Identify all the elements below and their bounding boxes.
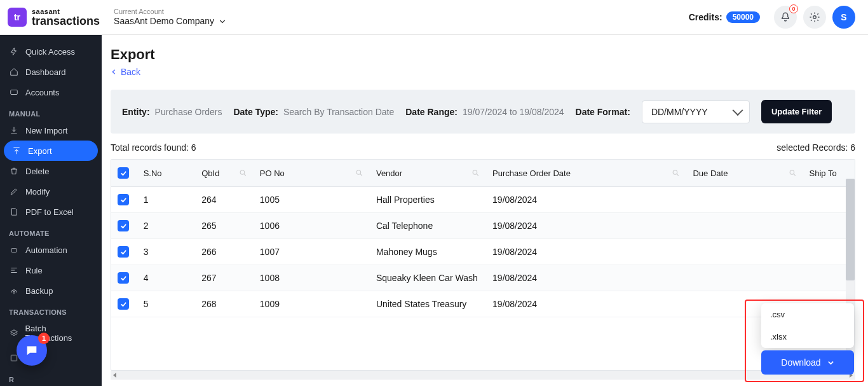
cell-vendor: Squeaky Kleen Car Wash — [370, 265, 486, 291]
cell-sno: 1 — [137, 187, 196, 213]
sidebar-item-label: Quick Access — [25, 47, 75, 57]
search-icon[interactable] — [471, 169, 480, 177]
search-icon[interactable] — [239, 169, 247, 177]
layers-icon — [9, 328, 18, 338]
filter-bar: Entity: Purchase Orders Date Type: Searc… — [111, 90, 855, 134]
update-filter-button[interactable]: Update Filter — [761, 100, 832, 123]
sidebar-item-pdf-excel[interactable]: PDF to Excel — [0, 202, 102, 222]
download-button[interactable]: Download — [761, 350, 854, 375]
daterange-value[interactable]: 19/07/2024 to 19/08/2024 — [463, 107, 564, 117]
import-icon — [9, 125, 19, 135]
bolt-icon — [9, 46, 19, 57]
cell-pono: 1005 — [254, 187, 370, 213]
cell-sno: 3 — [137, 239, 196, 265]
chevron-down-icon — [827, 359, 834, 366]
account-label: Current Account — [114, 8, 226, 16]
search-icon[interactable] — [355, 169, 363, 177]
sidebar-item-label: Rule — [25, 266, 43, 275]
row-checkbox[interactable] — [118, 272, 129, 284]
search-icon[interactable] — [672, 169, 680, 177]
cell-podate: 19/08/2024 — [486, 239, 686, 265]
cell-podate: 19/08/2024 — [486, 291, 686, 317]
col-sno: S.No — [137, 160, 196, 187]
table-row[interactable]: 32661007Mahoney Mugs19/08/2024 — [111, 239, 855, 265]
sidebar-item-dashboard[interactable]: Dashboard — [0, 62, 102, 82]
chat-fab[interactable]: 1 — [17, 335, 47, 366]
cell-qbid: 267 — [195, 265, 254, 291]
row-checkbox[interactable] — [118, 298, 129, 310]
sidebar-item-rule[interactable]: Rule — [0, 260, 102, 280]
sidebar-item-backup[interactable]: Backup — [0, 280, 102, 301]
download-label: Download — [781, 357, 820, 368]
sidebar-item-label: Automation — [25, 245, 67, 255]
sidebar: Quick Access Dashboard Accounts MANUAL N… — [0, 35, 102, 386]
table-row[interactable]: 12641005Hall Properties19/08/2024 — [111, 187, 855, 213]
table-row[interactable]: 52681009United States Treasury19/08/2024 — [111, 291, 855, 317]
pencil-icon — [9, 186, 19, 196]
cell-qbid: 264 — [195, 187, 254, 213]
row-checkbox[interactable] — [118, 194, 129, 205]
cell-vendor: Cal Telephone — [370, 213, 486, 239]
logo-mark: tr — [8, 8, 27, 27]
back-link[interactable]: Back — [111, 67, 855, 77]
sidebar-item-export[interactable]: Export — [4, 141, 98, 161]
file-icon — [9, 207, 19, 217]
select-all-checkbox[interactable] — [118, 167, 129, 179]
sidebar-item-label: Accounts — [25, 88, 59, 97]
logo-line2: transactions — [32, 15, 100, 27]
sidebar-item-batch-transactions[interactable]: Batch Transactions — [0, 319, 102, 348]
cell-sno: 4 — [137, 265, 196, 291]
table-row[interactable]: 22651006Cal Telephone19/08/2024 — [111, 213, 855, 239]
svg-point-4 — [240, 170, 245, 175]
dateformat-label: Date Format: — [576, 107, 630, 117]
sidebar-item-label: Export — [28, 146, 52, 156]
row-checkbox[interactable] — [118, 220, 129, 231]
rule-icon — [9, 265, 19, 275]
selected-records: selected Records: 6 — [776, 142, 855, 153]
settings-button[interactable] — [803, 6, 826, 29]
col-vendor: Vendor — [370, 160, 486, 187]
main: Export Back Entity: Purchase Orders Date… — [102, 35, 868, 386]
backup-icon — [9, 286, 19, 296]
col-podate: Purchase Order Date — [486, 160, 686, 187]
chevron-down-icon — [219, 18, 226, 25]
datetype-value[interactable]: Search By Transaction Date — [283, 107, 394, 117]
sidebar-item-delete[interactable]: Delete — [0, 161, 102, 181]
sidebar-item-new-import[interactable]: New Import — [0, 120, 102, 141]
download-option-csv[interactable]: .csv — [761, 303, 854, 326]
svg-point-7 — [674, 170, 678, 175]
search-icon[interactable] — [789, 169, 797, 177]
chat-icon — [25, 343, 39, 357]
avatar[interactable]: S — [832, 6, 855, 29]
cell-podate: 19/08/2024 — [486, 187, 686, 213]
dateformat-select[interactable]: DD/MM/YYYY — [642, 100, 750, 123]
trash-icon — [9, 166, 19, 176]
sidebar-heading-manual: MANUAL — [0, 102, 102, 120]
row-checkbox[interactable] — [118, 246, 129, 258]
logo-text: saasant transactions — [32, 8, 100, 27]
credits-value[interactable]: 50000 — [726, 11, 760, 23]
table-row[interactable]: 42671008Squeaky Kleen Car Wash19/08/2024 — [111, 265, 855, 291]
cell-due — [686, 213, 803, 239]
entity-value[interactable]: Purchase Orders — [155, 107, 222, 117]
logo[interactable]: tr saasant transactions — [8, 8, 100, 27]
notifications-button[interactable]: 0 — [774, 6, 797, 29]
robot-icon — [9, 245, 19, 255]
account-switcher[interactable]: Current Account SaasAnt Demo Company — [114, 8, 226, 27]
sidebar-item-modify[interactable]: Modify — [0, 181, 102, 202]
download-option-xlsx[interactable]: .xlsx — [761, 326, 854, 348]
cell-vendor: United States Treasury — [370, 291, 486, 317]
card-icon — [9, 87, 19, 97]
results-table: S.No QbId PO No Vendor Purchase Order Da… — [111, 159, 855, 371]
sidebar-item-quick-access[interactable]: Quick Access — [0, 41, 102, 62]
sidebar-item-automation[interactable]: Automation — [0, 240, 102, 260]
horizontal-scrollbar[interactable] — [111, 371, 855, 380]
sidebar-item-accounts[interactable]: Accounts — [0, 82, 102, 102]
cell-pono: 1006 — [254, 213, 370, 239]
cell-qbid: 268 — [195, 291, 254, 317]
back-label: Back — [121, 67, 140, 77]
sidebar-item-edit-partial[interactable]: dit — [0, 348, 102, 368]
svg-rect-2 — [11, 249, 17, 252]
cell-vendor: Mahoney Mugs — [370, 239, 486, 265]
logo-line1: saasant — [32, 8, 100, 15]
